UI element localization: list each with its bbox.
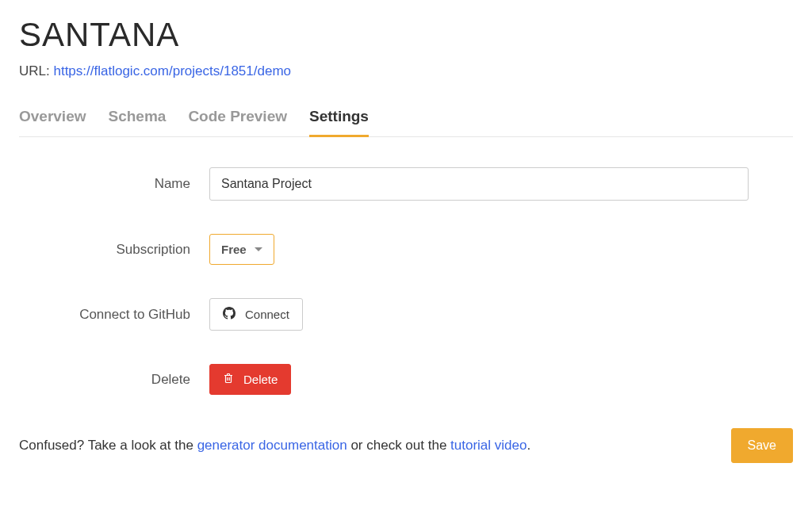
tab-code-preview[interactable]: Code Preview xyxy=(188,108,287,137)
page-title: SANTANA xyxy=(19,16,793,54)
documentation-link[interactable]: generator documentation xyxy=(197,438,347,453)
subscription-select[interactable]: Free xyxy=(209,234,274,265)
connect-github-button[interactable]: Connect xyxy=(209,298,303,331)
subscription-selected-value: Free xyxy=(221,243,247,256)
trash-icon xyxy=(223,373,234,386)
tab-overview[interactable]: Overview xyxy=(19,108,86,137)
github-icon xyxy=(223,307,236,322)
chevron-down-icon xyxy=(255,247,262,251)
help-suffix: . xyxy=(527,438,530,453)
label-github: Connect to GitHub xyxy=(19,307,209,323)
delete-button-label: Delete xyxy=(243,373,278,386)
url-label: URL: xyxy=(19,63,53,78)
name-input[interactable] xyxy=(209,167,749,201)
tab-schema[interactable]: Schema xyxy=(109,108,167,137)
project-url-link[interactable]: https://flatlogic.com/projects/1851/demo xyxy=(53,63,291,78)
row-delete: Delete Delete xyxy=(19,364,793,395)
tabs: Overview Schema Code Preview Settings xyxy=(19,108,793,137)
label-name: Name xyxy=(19,176,209,192)
row-name: Name xyxy=(19,167,793,201)
delete-button[interactable]: Delete xyxy=(209,364,291,395)
footer: Confused? Take a look at the generator d… xyxy=(19,428,793,463)
label-delete: Delete xyxy=(19,372,209,388)
url-line: URL: https://flatlogic.com/projects/1851… xyxy=(19,63,793,79)
help-middle: or check out the xyxy=(347,438,450,453)
connect-button-label: Connect xyxy=(245,308,289,321)
help-text: Confused? Take a look at the generator d… xyxy=(19,438,530,454)
row-github: Connect to GitHub Connect xyxy=(19,298,793,331)
tab-settings[interactable]: Settings xyxy=(309,108,369,137)
save-button[interactable]: Save xyxy=(731,428,793,463)
help-prefix: Confused? Take a look at the xyxy=(19,438,197,453)
label-subscription: Subscription xyxy=(19,242,209,258)
row-subscription: Subscription Free xyxy=(19,234,793,265)
tutorial-video-link[interactable]: tutorial video xyxy=(450,438,527,453)
